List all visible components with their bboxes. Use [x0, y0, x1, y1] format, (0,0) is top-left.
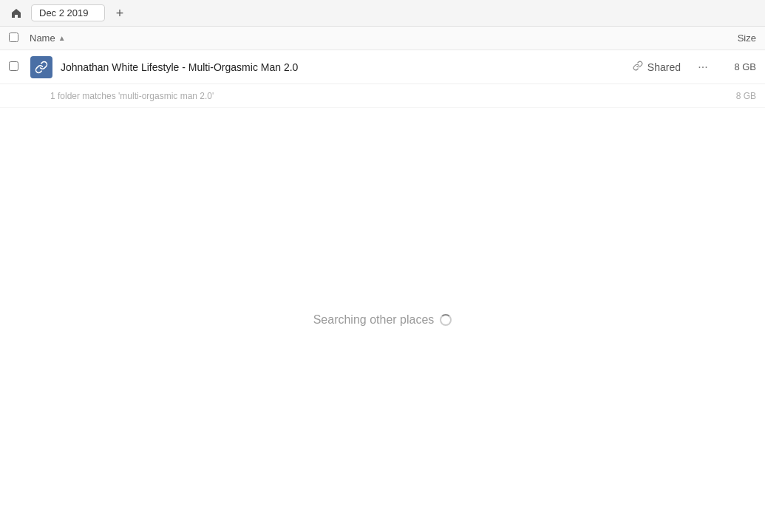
searching-label: Searching other places: [313, 313, 435, 327]
file-name: Johnathan White Lifestyle - Multi-Orgasm…: [61, 61, 633, 73]
name-column-header[interactable]: Name ▲: [30, 33, 712, 44]
column-header: Name ▲ Size: [0, 27, 765, 50]
loading-spinner: [440, 314, 452, 326]
file-checkbox[interactable]: [9, 61, 24, 73]
select-all-checkbox[interactable]: [9, 33, 24, 44]
home-button[interactable]: [6, 3, 27, 24]
size-column-header: Size: [712, 33, 756, 44]
name-column-label: Name: [30, 33, 55, 44]
file-checkbox-input[interactable]: [9, 61, 18, 71]
file-type-icon: [30, 56, 52, 78]
file-icon: [30, 55, 53, 79]
add-button[interactable]: +: [109, 3, 130, 24]
link-icon: [633, 61, 643, 73]
more-icon: ···: [698, 61, 707, 74]
select-all-input[interactable]: [9, 33, 18, 42]
summary-row: 1 folder matches 'multi-orgasmic man 2.0…: [0, 84, 765, 108]
searching-status: Searching other places: [313, 313, 452, 327]
file-shared-area: Shared: [633, 61, 681, 73]
summary-text: 1 folder matches 'multi-orgasmic man 2.0…: [50, 91, 719, 101]
toolbar: Dec 2 2019 +: [0, 0, 765, 27]
file-size: 8 GB: [719, 61, 756, 72]
shared-label: Shared: [647, 61, 681, 73]
breadcrumb[interactable]: Dec 2 2019: [31, 4, 105, 21]
more-options-button[interactable]: ···: [693, 57, 713, 78]
content-area: Searching other places: [0, 108, 765, 532]
file-list-item[interactable]: Johnathan White Lifestyle - Multi-Orgasm…: [0, 50, 765, 84]
summary-size: 8 GB: [719, 91, 756, 101]
sort-icon: ▲: [58, 34, 66, 42]
